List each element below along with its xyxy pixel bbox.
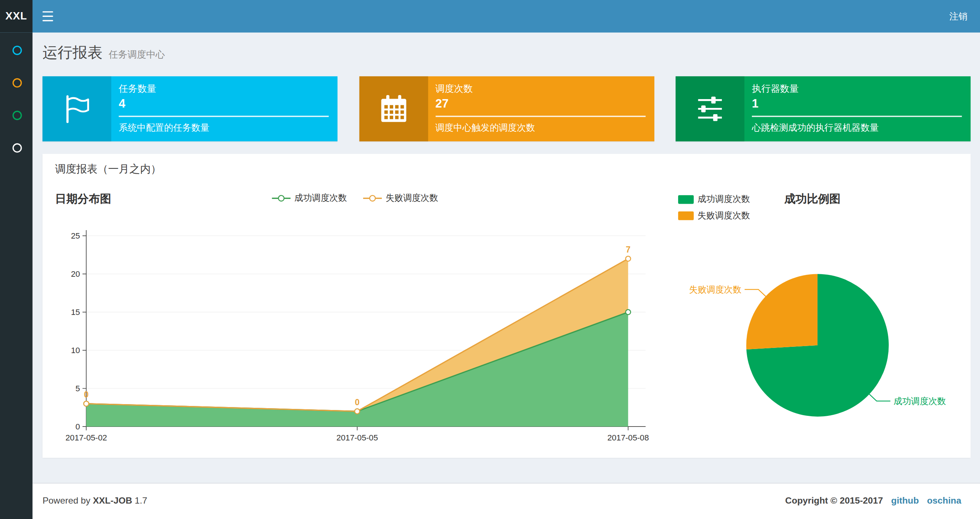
sidebar-toggle-button[interactable] [33,0,63,33]
sliders-icon [676,76,744,141]
info-box-title: 任务数量 [119,83,329,95]
pie-legend-swatch [678,195,694,204]
y-tick-label: 15 [71,308,80,317]
app-logo[interactable]: XXL [0,0,33,33]
flag-icon [43,76,111,141]
line-chart-legend: 成功调度次数失败调度次数 [272,193,438,204]
page-title: 运行报表 [43,43,103,63]
logout-link[interactable]: 注销 [937,0,980,33]
info-box-value: 4 [119,97,329,110]
pie-slice-label: 成功调度次数 [893,396,946,406]
divider [119,116,329,117]
product-version: 1.7 [135,495,147,505]
info-box-desc: 系统中配置的任务数量 [119,122,329,134]
y-tick-label: 0 [76,422,80,431]
point-label: 0 [355,398,360,407]
info-box-value: 1 [752,97,962,110]
sidebar-item-4[interactable] [13,143,22,153]
github-link[interactable]: github [891,495,919,505]
info-box-title: 调度次数 [435,83,646,95]
failure-point [626,256,631,261]
copyright: Copyright © 2015-2017 github oschina [785,495,961,505]
y-tick-label: 25 [71,231,80,240]
pie-label-leader [869,394,890,401]
divider [435,116,646,117]
hamburger-icon [42,11,53,13]
schedule-report-panel: 调度报表（一月之内） 日期分布图 成功调度次数失败调度次数 0510152025… [43,154,971,458]
oschina-link[interactable]: oschina [927,495,961,505]
sidebar-item-1[interactable] [13,46,22,55]
info-box-executors: 执行器数量 1 心跳检测成功的执行器机器数量 [676,76,970,141]
failure-point [355,409,360,414]
divider [752,116,962,117]
success-ratio-pie-chart[interactable]: 成功调度次数失败调度次数 [668,241,967,448]
info-box-desc: 调度中心触发的调度次数 [435,122,646,134]
point-label: 7 [626,245,630,254]
sidebar-item-2[interactable] [13,78,22,88]
app-root: XXL 注销 运行报表 任务调度中心 任务数量 4 系统中配置的任务数量 [0,0,980,519]
line-chart-title: 日期分布图 [55,191,111,206]
sidebar [0,33,33,519]
y-tick-label: 5 [76,384,80,393]
sidebar-item-3[interactable] [13,111,22,120]
failure-point [84,401,89,406]
pie-legend-item-1[interactable]: 失败调度次数 [678,210,750,222]
info-box-jobs: 任务数量 4 系统中配置的任务数量 [43,76,337,141]
info-box-title: 执行器数量 [752,83,962,95]
line-legend-icon [363,194,382,203]
pie-legend-swatch [678,211,694,220]
info-box-value: 27 [435,97,646,110]
date-distribution-chart[interactable]: 05101520252017-05-022017-05-052017-05-08… [61,223,655,442]
success-point [626,310,631,315]
panel-title: 调度报表（一月之内） [55,162,161,176]
line-legend-item-1[interactable]: 失败调度次数 [363,193,438,204]
y-tick-label: 10 [71,346,80,355]
pie-label-leader [745,290,765,297]
pie-legend-item-0[interactable]: 成功调度次数 [678,194,750,205]
info-box-desc: 心跳检测成功的执行器机器数量 [752,122,962,134]
page-header: 运行报表 任务调度中心 [43,43,165,63]
pie-chart-legend: 成功调度次数失败调度次数 [678,194,750,221]
top-navbar: XXL 注销 [0,0,980,33]
info-box-triggers: 调度次数 27 调度中心触发的调度次数 [359,76,654,141]
calendar-icon [359,76,428,141]
x-tick-label: 2017-05-02 [66,433,107,442]
page-subtitle: 任务调度中心 [109,49,165,61]
line-legend-icon [272,194,291,203]
x-tick-label: 2017-05-08 [608,433,649,442]
point-label: 0 [84,390,89,399]
pie-chart-title: 成功比例图 [784,191,841,206]
copyright-text: Copyright © 2015-2017 [785,495,883,505]
powered-by: Powered by XXL-JOB 1.7 [43,495,148,505]
pie-slice-label: 失败调度次数 [689,284,741,294]
pie-slice-1 [746,274,818,350]
product-name: XXL-JOB [93,495,132,505]
footer: Powered by XXL-JOB 1.7 Copyright © 2015-… [33,483,980,519]
line-legend-item-0[interactable]: 成功调度次数 [272,193,347,204]
y-tick-label: 20 [71,270,80,279]
x-tick-label: 2017-05-05 [336,433,378,442]
